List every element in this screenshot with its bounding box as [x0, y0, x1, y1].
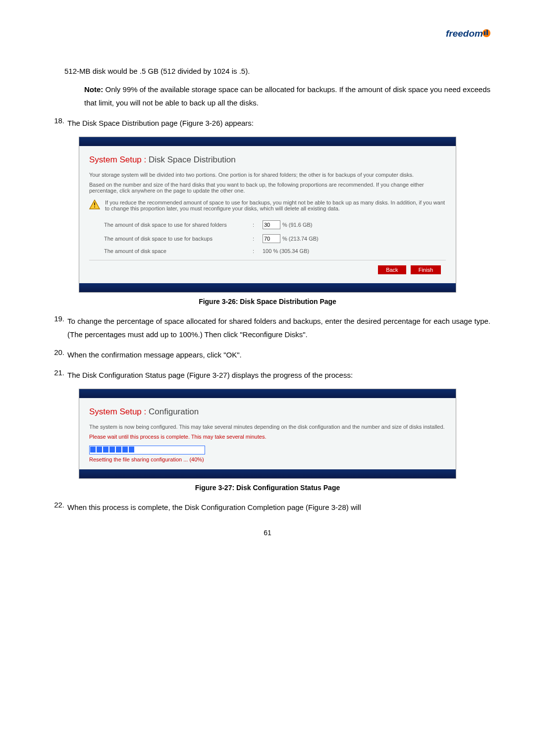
finish-button[interactable]: Finish: [411, 265, 441, 274]
warning-text: If you reduce the recommended amount of …: [105, 200, 446, 211]
page-number: 61: [45, 529, 490, 537]
panel-title: System Setup : Configuration: [89, 407, 446, 417]
figure-3-26-caption: Figure 3-26: Disk Space Distribution Pag…: [45, 298, 490, 305]
colon: :: [253, 222, 263, 228]
panel-top-bar: [79, 137, 456, 146]
step-18-number: 18.: [45, 116, 67, 130]
panel-title-red: System Setup :: [89, 155, 146, 164]
svg-rect-4: [94, 202, 95, 205]
backups-value: % (213.74 GB): [282, 236, 319, 242]
svg-rect-5: [94, 206, 95, 207]
panel-desc-1: Your storage system will be divided into…: [89, 172, 446, 178]
brand-logo: freedom: [446, 25, 490, 46]
svg-rect-1: [484, 31, 485, 35]
note-text: Only 99% of the available storage space …: [84, 85, 490, 107]
step-18-text: The Disk Space Distribution page (Figure…: [67, 116, 490, 130]
note-label: Note:: [84, 85, 106, 94]
total-space-label: The amount of disk space: [104, 248, 253, 254]
note-paragraph: Note: Only 99% of the available storage …: [84, 83, 490, 109]
step-22-number: 22.: [45, 501, 67, 514]
step-20-text: When the confirmation message appears, c…: [67, 348, 490, 361]
logo-text: freedom: [446, 28, 483, 39]
panel-title: System Setup : Disk Space Distribution: [89, 155, 446, 165]
panel-top-bar: [79, 389, 456, 398]
step-22-text: When this process is complete, the Disk …: [67, 501, 490, 514]
step-20-number: 20.: [45, 348, 67, 361]
panel-title-red: System Setup :: [89, 407, 146, 416]
colon: :: [253, 248, 263, 254]
figure-3-27-panel: System Setup : Configuration The system …: [79, 389, 456, 479]
back-button[interactable]: Back: [378, 265, 406, 274]
step-21-text: The Disk Configuration Status page (Figu…: [67, 368, 490, 382]
panel-title-rest: Disk Space Distribution: [146, 155, 235, 164]
figure-3-27-caption: Figure 3-27: Disk Configuration Status P…: [45, 484, 490, 492]
progress-status-text: Resetting the file sharing configuration…: [89, 456, 446, 462]
shared-folders-input[interactable]: [263, 220, 280, 229]
svg-rect-2: [486, 30, 488, 35]
colon: :: [253, 236, 263, 242]
step-21-number: 21.: [45, 368, 67, 382]
step-19-number: 19.: [45, 314, 67, 341]
warning-icon: [89, 200, 100, 209]
panel-bottom-bar: [79, 283, 456, 292]
config-desc-1: The system is now being configured. This…: [89, 424, 446, 430]
shared-folders-value: % (91.6 GB): [282, 222, 313, 228]
panel-desc-2: Based on the number and size of the hard…: [89, 182, 446, 194]
progress-bar: [89, 446, 205, 454]
figure-3-26-panel: System Setup : Disk Space Distribution Y…: [79, 137, 456, 293]
paragraph-gb-conversion: 512-MB disk would be .5 GB (512 divided …: [64, 64, 490, 78]
shared-folders-label: The amount of disk space to use for shar…: [104, 222, 253, 228]
step-19-text: To change the percentage of space alloca…: [67, 314, 490, 341]
total-space-value: 100 % (305.34 GB): [263, 248, 309, 254]
backups-label: The amount of disk space to use for back…: [104, 236, 253, 242]
panel-title-rest: Configuration: [146, 407, 199, 416]
panel-bottom-bar: [79, 469, 456, 478]
config-wait-text: Please wait until this process is comple…: [89, 434, 446, 440]
backups-input[interactable]: [263, 234, 280, 243]
